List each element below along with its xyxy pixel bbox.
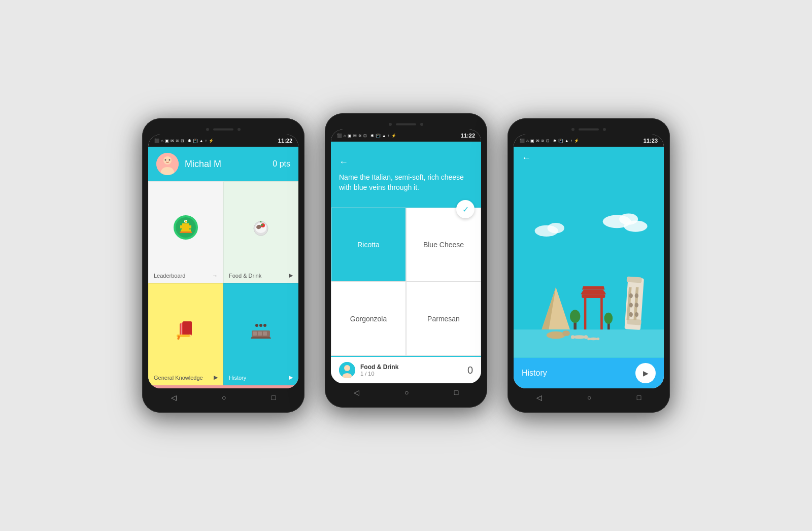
svg-rect-37: [584, 297, 587, 330]
status-bar-1: ⬛⌂▣✉≋⊡ ✱📳▲↑⚡ 11:22: [148, 135, 298, 147]
nav-home-2[interactable]: ○: [404, 388, 409, 396]
phones-container: ⬛⌂▣✉≋⊡ ✱📳▲↑⚡ 11:22 Micha: [122, 98, 690, 433]
nav-bar-1: ◁ ○ □: [148, 388, 298, 407]
camera-dot-3: [389, 123, 392, 126]
p3-footer: History ▶: [514, 358, 664, 388]
p2-progress: 1 / 10: [360, 371, 462, 377]
svg-point-58: [573, 336, 586, 339]
svg-rect-6: [180, 231, 192, 233]
answer-blue-cheese[interactable]: Blue Cheese ✓: [406, 208, 481, 282]
svg-point-57: [562, 330, 570, 336]
check-badge: ✓: [456, 200, 475, 218]
p1-category-grid: Leaderboard → Food & Drink ▶: [148, 181, 298, 385]
status-icons-2: ⬛⌂▣✉≋⊡ ✱📳▲↑⚡: [337, 134, 396, 138]
p2-footer-avatar: [339, 362, 355, 378]
svg-point-26: [263, 324, 266, 327]
nav-recent-1[interactable]: □: [272, 393, 276, 402]
svg-point-33: [548, 223, 564, 234]
history-label: History: [229, 375, 246, 381]
p2-score: 0: [467, 364, 473, 376]
svg-point-31: [624, 221, 647, 232]
speaker-grill-2: [396, 123, 416, 125]
svg-rect-38: [600, 297, 603, 330]
p2-footer-info: Food & Drink 1 / 10: [360, 363, 462, 377]
general-cell[interactable]: General Knowledge ▶: [148, 283, 223, 385]
phone-screen-2: ⬛⌂▣✉≋⊡ ✱📳▲↑⚡ 11:22 ← Name the Italian, s…: [331, 129, 481, 383]
svg-point-53: [570, 310, 580, 323]
status-bar-3: ⬛⌂▣✉≋⊡ ✱📳▲↑⚡ 11:23: [514, 135, 664, 147]
history-illustration: [514, 178, 664, 358]
food-arrow: ▶: [289, 272, 293, 279]
svg-point-1: [163, 156, 172, 164]
camera-dot-5: [571, 128, 574, 131]
speaker-grill-1: [213, 128, 233, 130]
camera-dot-4: [420, 123, 423, 126]
nav-home-3[interactable]: ○: [587, 393, 591, 402]
svg-point-12: [261, 224, 263, 226]
p2-category-title: Food & Drink: [360, 363, 462, 371]
p2-question-header: ← Name the Italian, semi-soft, rich chee…: [331, 142, 481, 208]
status-bar-2: ⬛⌂▣✉≋⊡ ✱📳▲↑⚡ 11:22: [331, 129, 481, 142]
leaderboard-cell[interactable]: Leaderboard →: [148, 181, 223, 283]
general-arrow: ▶: [214, 374, 218, 381]
nav-recent-3[interactable]: □: [637, 393, 641, 402]
p2-question-text: Name the Italian, semi-soft, rich cheese…: [339, 173, 473, 192]
svg-rect-21: [253, 331, 257, 336]
p2-answers-grid: Ricotta Blue Cheese ✓ Gorgonzola Parmesa…: [331, 208, 481, 356]
p1-header: Michal M 0 pts: [148, 147, 298, 181]
phone-2: ⬛⌂▣✉≋⊡ ✱📳▲↑⚡ 11:22 ← Name the Italian, s…: [325, 113, 487, 408]
nav-bar-2: ◁ ○ □: [331, 383, 481, 402]
points-label: 0 pts: [273, 159, 290, 169]
svg-point-61: [589, 338, 598, 341]
p3-category-title: History: [522, 369, 547, 378]
nav-back-2[interactable]: ◁: [354, 388, 359, 396]
status-time-2: 11:22: [461, 132, 475, 139]
svg-point-56: [547, 331, 565, 339]
camera-dot-1: [206, 128, 209, 131]
nav-recent-2[interactable]: □: [454, 388, 458, 396]
food-cell[interactable]: Food & Drink ▶: [223, 181, 298, 283]
answer-parmesan[interactable]: Parmesan: [406, 282, 481, 356]
svg-point-63: [597, 338, 600, 341]
phone-top-3: [514, 124, 664, 135]
answer-ricotta[interactable]: Ricotta: [331, 208, 406, 282]
food-label: Food & Drink: [229, 273, 261, 279]
p3-back-btn[interactable]: ←: [522, 153, 531, 163]
history-arrow: ▶: [289, 374, 293, 381]
svg-rect-42: [627, 277, 642, 283]
nav-back-3[interactable]: ◁: [536, 393, 542, 402]
p3-play-btn[interactable]: ▶: [635, 363, 656, 383]
svg-rect-39: [582, 294, 605, 298]
p2-back-btn[interactable]: ←: [339, 157, 348, 168]
leaderboard-label: Leaderboard: [154, 273, 185, 279]
svg-rect-34: [514, 330, 664, 358]
status-time-3: 11:23: [644, 138, 658, 144]
svg-point-55: [604, 313, 613, 324]
svg-point-60: [584, 336, 588, 339]
leaderboard-arrow: →: [212, 273, 218, 279]
p2-footer: Food & Drink 1 / 10 0: [331, 356, 481, 383]
camera-dot-6: [603, 128, 606, 131]
svg-point-2: [165, 159, 166, 161]
phone-top-1: [148, 124, 298, 135]
nav-home-1[interactable]: ○: [222, 393, 226, 402]
status-icons-1: ⬛⌂▣✉≋⊡ ✱📳▲↑⚡: [154, 139, 214, 143]
nav-bar-3: ◁ ○ □: [514, 388, 664, 407]
svg-point-59: [571, 336, 574, 339]
user-avatar-1: [156, 153, 179, 175]
camera-dot-2: [238, 128, 241, 131]
phone-top-2: [331, 119, 481, 129]
svg-point-62: [587, 338, 590, 341]
phone-1: ⬛⌂▣✉≋⊡ ✱📳▲↑⚡ 11:22 Micha: [142, 118, 304, 413]
answer-gorgonzola[interactable]: Gorgonzola: [331, 282, 406, 356]
svg-point-25: [259, 324, 262, 327]
status-time-1: 11:22: [278, 138, 292, 144]
svg-rect-23: [263, 331, 267, 336]
svg-rect-16: [183, 321, 192, 335]
speaker-grill-3: [579, 128, 599, 130]
phone-screen-1: ⬛⌂▣✉≋⊡ ✱📳▲↑⚡ 11:22 Micha: [148, 135, 298, 388]
history-cell[interactable]: History ▶: [223, 283, 298, 385]
status-icons-3: ⬛⌂▣✉≋⊡ ✱📳▲↑⚡: [520, 139, 579, 143]
phone-screen-3: ⬛⌂▣✉≋⊡ ✱📳▲↑⚡ 11:23 ←: [514, 135, 664, 388]
nav-back-1[interactable]: ◁: [171, 393, 177, 402]
